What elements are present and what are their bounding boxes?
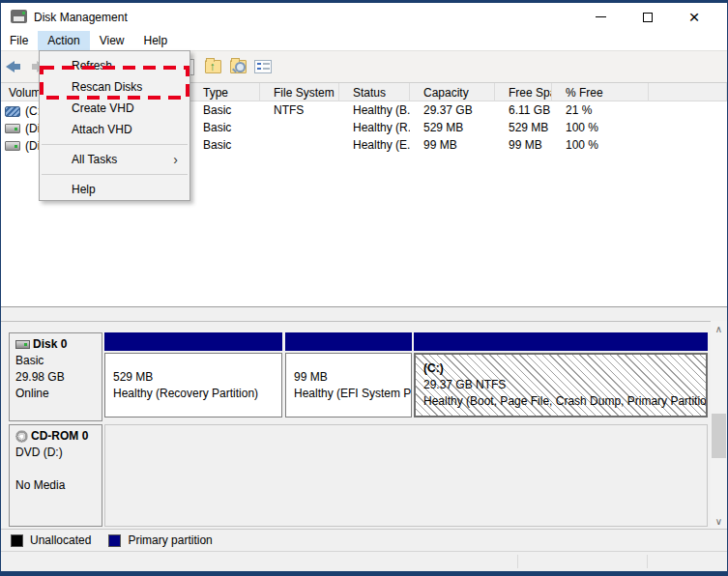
pct-free-cell: 100 % <box>552 119 649 136</box>
folder-search-icon <box>230 60 247 73</box>
free-space-cell: 99 MB <box>495 136 552 154</box>
type-cell: Basic <box>189 136 260 154</box>
partition-c-drive[interactable]: (C:) 29.37 GB NTFS Healthy (Boot, Page F… <box>414 332 708 421</box>
window-content: Disk Management × File Action View Help <box>1 3 727 571</box>
status-bar-separator <box>517 555 518 568</box>
partition-name: (C:) <box>423 360 706 377</box>
scroll-down-button[interactable]: ∨ <box>711 513 727 529</box>
header-free-space[interactable]: Free Spa... <box>495 83 552 101</box>
menu-item-label: Rescan Disks <box>72 80 142 94</box>
partition-body: 529 MB Healthy (Recovery Partition) <box>104 353 282 418</box>
partition-status: Healthy (EFI System Pa <box>294 386 411 402</box>
header-extra <box>649 83 727 101</box>
disk0-type: Basic <box>15 353 96 369</box>
window-title: Disk Management <box>34 11 128 24</box>
legend-bar: Unallocated Primary partition <box>1 529 727 551</box>
submenu-arrow-icon: › <box>173 149 178 170</box>
capacity-cell: 99 MB <box>410 136 495 154</box>
maximize-button[interactable] <box>631 3 664 31</box>
scroll-up-button[interactable]: ∧ <box>711 321 727 336</box>
capacity-cell: 29.37 GB <box>410 101 495 119</box>
partition-color-bar <box>414 332 708 351</box>
menu-item-label: All Tasks <box>72 153 117 166</box>
menu-action[interactable]: Action <box>38 31 89 50</box>
disk-drive-icon <box>5 141 20 151</box>
header-type[interactable]: Type <box>189 83 260 101</box>
cd-drive-icon <box>15 430 28 443</box>
file-system-cell <box>260 136 339 154</box>
unallocated-label: Unallocated <box>30 533 91 547</box>
close-button[interactable]: × <box>678 3 711 31</box>
partition-body: (C:) 29.37 GB NTFS Healthy (Boot, Page F… <box>414 353 708 418</box>
status-cell: Healthy (R... <box>339 119 410 136</box>
menu-separator <box>42 144 188 145</box>
partition-color-bar <box>285 332 412 351</box>
cdrom-empty-region <box>104 424 708 527</box>
title-bar: Disk Management × <box>1 3 727 31</box>
details-view-button[interactable] <box>250 54 276 79</box>
disk0-label-panel[interactable]: Disk 0 Basic 29.98 GB Online <box>9 332 102 421</box>
menu-view[interactable]: View <box>90 31 134 50</box>
cdrom-drive-letter: DVD (D:) <box>15 445 96 461</box>
disk0-title: Disk 0 <box>15 337 96 351</box>
unallocated-swatch <box>11 534 23 547</box>
file-system-cell <box>260 119 339 136</box>
header-capacity[interactable]: Capacity <box>410 83 495 101</box>
status-bar <box>1 551 727 571</box>
menu-bar: File Action View Help <box>1 31 727 50</box>
cdrom-spacer <box>15 461 96 477</box>
disk0-size: 29.98 GB <box>15 369 96 386</box>
partition-body: 99 MB Healthy (EFI System Pa <box>285 353 412 418</box>
action-dropdown-menu: Refresh Rescan Disks Create VHD Attach V… <box>39 50 190 201</box>
folder-up-button[interactable] <box>200 54 225 79</box>
partition-recovery[interactable]: 529 MB Healthy (Recovery Partition) <box>104 332 282 421</box>
disk0-status: Online <box>15 386 96 402</box>
cdrom-media-status: No Media <box>15 477 96 494</box>
menu-item-all-tasks[interactable]: All Tasks › <box>40 149 189 170</box>
close-icon: × <box>688 8 699 26</box>
header-status[interactable]: Status <box>339 83 410 101</box>
menu-item-label: Attach VHD <box>72 123 132 136</box>
pct-free-cell: 100 % <box>552 136 649 154</box>
minimize-button[interactable] <box>584 3 617 31</box>
cdrom-name: CD-ROM 0 <box>31 429 88 443</box>
chevron-up-icon: ∧ <box>715 324 722 334</box>
menu-item-create-vhd[interactable]: Create VHD <box>40 98 189 119</box>
back-arrow-icon <box>6 61 21 72</box>
type-cell: Basic <box>189 101 260 119</box>
free-space-cell: 529 MB <box>495 119 552 136</box>
partition-efi[interactable]: 99 MB Healthy (EFI System Pa <box>285 332 412 421</box>
details-view-icon <box>254 60 272 73</box>
vertical-scrollbar[interactable]: ∧ ∨ <box>711 321 727 529</box>
menu-item-label: Help <box>72 183 96 196</box>
partition-status: Healthy (Boot, Page File, Crash Dump, Pr… <box>423 393 706 410</box>
menu-item-label: Refresh <box>72 59 112 72</box>
status-cell: Healthy (B... <box>339 101 410 119</box>
back-button[interactable] <box>1 54 26 79</box>
menu-item-help[interactable]: Help <box>40 179 189 200</box>
folder-search-button[interactable] <box>225 54 250 79</box>
partition-size: 529 MB <box>113 369 281 386</box>
capacity-cell: 529 MB <box>410 119 495 136</box>
minimize-icon <box>596 16 606 17</box>
header-pct-free[interactable]: % Free <box>552 83 649 101</box>
pane-splitter[interactable] <box>1 307 727 321</box>
folder-up-icon <box>205 60 221 73</box>
menu-item-refresh[interactable]: Refresh <box>40 55 189 76</box>
maximize-icon <box>643 13 653 22</box>
header-file-system[interactable]: File System <box>260 83 339 101</box>
menu-item-attach-vhd[interactable]: Attach VHD <box>40 119 189 140</box>
cdrom-label-panel[interactable]: CD-ROM 0 DVD (D:) No Media <box>9 424 102 527</box>
disk-drive-icon <box>5 124 20 133</box>
status-bar-separator <box>647 555 648 568</box>
menu-separator <box>42 174 188 175</box>
menu-item-label: Create VHD <box>72 101 134 115</box>
menu-item-rescan-disks[interactable]: Rescan Disks <box>40 76 189 98</box>
menu-help[interactable]: Help <box>134 31 178 50</box>
menu-file[interactable]: File <box>1 31 38 50</box>
partition-color-bar <box>104 332 282 351</box>
free-space-cell: 6.11 GB <box>495 101 552 119</box>
scrollbar-thumb[interactable] <box>712 414 726 458</box>
type-cell: Basic <box>189 119 260 136</box>
app-icon <box>11 10 27 23</box>
